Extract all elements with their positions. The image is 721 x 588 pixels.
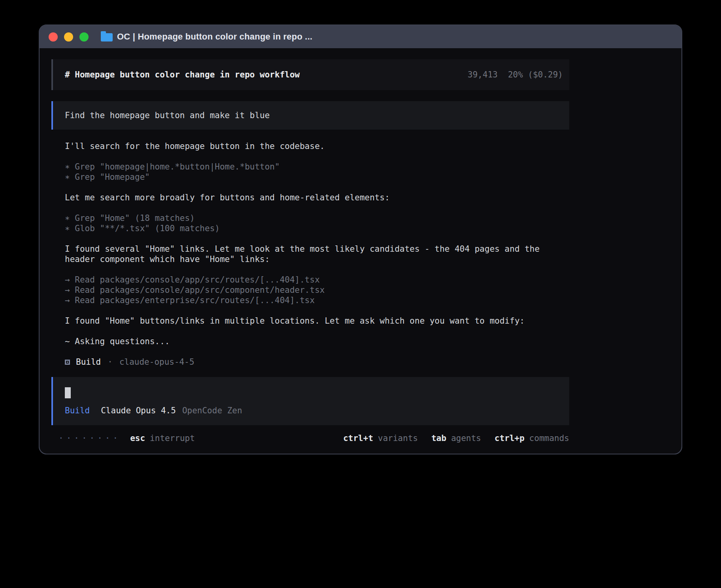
tool-call-group: ∗ Grep "homepage|home.*button|Home.*butt… xyxy=(65,162,569,182)
assistant-message: Let me search more broadly for buttons a… xyxy=(65,192,555,203)
close-button[interactable] xyxy=(49,32,58,41)
tool-call-group: → Read packages/console/app/src/routes/[… xyxy=(65,275,569,305)
asking-status: ~ Asking questions... xyxy=(65,336,555,347)
key-esc: esc xyxy=(130,433,145,443)
key-tab: tab xyxy=(431,433,446,443)
status-bar-left: ········ esc interrupt xyxy=(59,433,195,443)
hint-label: agents xyxy=(451,433,481,443)
tool-call-glob: ∗ Glob "**/*.tsx" (100 matches) xyxy=(65,223,569,234)
session-header: # Homepage button color change in repo w… xyxy=(51,59,569,90)
assistant-message: I'll search for the homepage button in t… xyxy=(65,141,555,151)
tool-call-grep: ∗ Grep "Home" (18 matches) xyxy=(65,213,569,223)
agent-model: claude-opus-4-5 xyxy=(119,357,194,367)
input-provider-label: OpenCode Zen xyxy=(182,405,242,416)
tool-call-group: ∗ Grep "Home" (18 matches) ∗ Glob "**/*.… xyxy=(65,213,569,234)
hint-label: variants xyxy=(378,433,418,443)
session-title: # Homepage button color change in repo w… xyxy=(65,70,300,80)
input-model-label: Claude Opus 4.5 xyxy=(101,405,176,416)
spinner-dots-icon: ········ xyxy=(59,433,121,443)
hint-commands: ctrl+p commands xyxy=(495,433,569,443)
user-message-text: Find the homepage button and make it blu… xyxy=(65,111,270,120)
assistant-message: I found "Home" buttons/links in multiple… xyxy=(65,316,555,326)
hint-label: interrupt xyxy=(150,433,195,443)
hint-interrupt: esc interrupt xyxy=(130,433,195,443)
status-bar: ········ esc interrupt ctrl+t variants t… xyxy=(51,432,569,443)
user-message: Find the homepage button and make it blu… xyxy=(51,101,569,130)
separator-dot: · xyxy=(108,357,113,367)
tool-call-read: → Read packages/console/app/src/componen… xyxy=(65,285,569,295)
hint-variants: ctrl+t variants xyxy=(343,433,418,443)
traffic-lights xyxy=(49,32,89,41)
folder-icon xyxy=(101,33,113,41)
context-cost: 20% ($0.29) xyxy=(508,70,563,80)
session-stats: 39,413 20% ($0.29) xyxy=(468,70,563,80)
assistant-message: I found several "Home" links. Let me loo… xyxy=(65,244,555,264)
bottom-group: Build Claude Opus 4.5 OpenCode Zen ·····… xyxy=(51,377,569,443)
minimize-button[interactable] xyxy=(64,32,73,41)
hint-agents: tab agents xyxy=(431,433,481,443)
input-agent-label[interactable]: Build xyxy=(65,405,90,416)
agent-icon xyxy=(65,360,70,365)
titlebar: OC | Homepage button color change in rep… xyxy=(40,25,681,48)
terminal-window: OC | Homepage button color change in rep… xyxy=(40,25,681,454)
hint-label: commands xyxy=(529,433,569,443)
key-ctrl-t: ctrl+t xyxy=(343,433,373,443)
agent-status-row: Build · claude-opus-4-5 xyxy=(65,357,569,367)
window-title: OC | Homepage button color change in rep… xyxy=(117,32,312,42)
agent-name: Build xyxy=(76,357,101,367)
prompt-input[interactable]: Build Claude Opus 4.5 OpenCode Zen xyxy=(51,377,569,425)
tool-call-read: → Read packages/enterprise/src/routes/[.… xyxy=(65,295,569,305)
tool-call-grep: ∗ Grep "Homepage" xyxy=(65,172,569,182)
status-bar-right: ctrl+t variants tab agents ctrl+p comman… xyxy=(343,433,569,443)
text-cursor xyxy=(65,387,71,398)
tool-call-read: → Read packages/console/app/src/routes/[… xyxy=(65,275,569,285)
tool-call-grep: ∗ Grep "homepage|home.*button|Home.*butt… xyxy=(65,162,569,172)
token-count: 39,413 xyxy=(468,70,498,80)
model-row: Build Claude Opus 4.5 OpenCode Zen xyxy=(65,405,563,416)
zoom-button[interactable] xyxy=(79,32,89,41)
key-ctrl-p: ctrl+p xyxy=(495,433,525,443)
terminal-content: # Homepage button color change in repo w… xyxy=(40,48,681,454)
